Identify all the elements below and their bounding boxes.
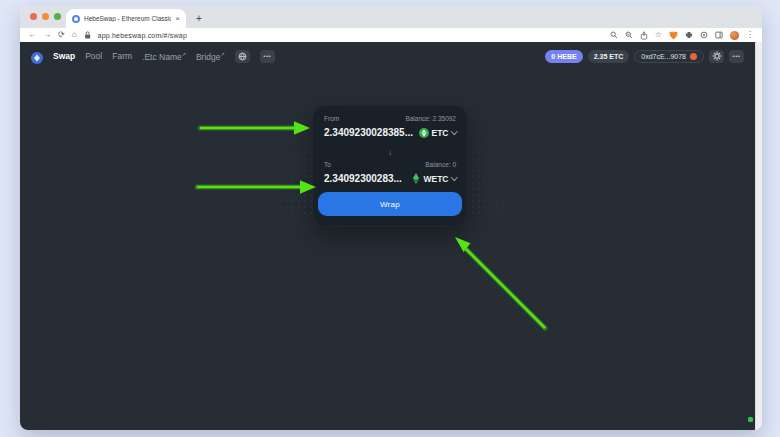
to-label: To — [324, 161, 331, 168]
external-link-icon: ↗ — [182, 51, 186, 57]
browser-toolbar: ← → ⟳ ⌂ app.hebeswap.com/#/swap ☆ — [20, 28, 762, 42]
from-header-row: From Balance: 2.35092 — [313, 115, 467, 122]
to-amount-input[interactable]: 2.34092300283... — [324, 173, 402, 184]
external-link-icon: ↗ — [221, 51, 225, 57]
from-input-row: 2.3409230028385... ETC — [313, 127, 467, 138]
wallet-address-pill[interactable]: 0xd7cE...9078 — [634, 50, 704, 63]
share-icon[interactable] — [640, 31, 648, 40]
nav-item-bridge-label: Bridge — [196, 51, 221, 61]
settings-gear-button[interactable] — [709, 50, 724, 63]
address-bar[interactable]: app.hebeswap.com/#/swap — [98, 32, 187, 39]
swap-direction-icon[interactable]: ↓ — [388, 148, 392, 157]
zoom-search-icon[interactable] — [625, 31, 633, 39]
page-scrollbar[interactable] — [755, 42, 762, 430]
from-token-select[interactable]: ETC — [419, 128, 457, 138]
side-panel-icon[interactable] — [715, 31, 723, 39]
reload-icon[interactable]: ⟳ — [58, 31, 65, 39]
to-header-row: To Balance: 0 — [313, 161, 467, 168]
close-window-button[interactable] — [30, 13, 37, 20]
to-token-select[interactable]: WETC — [412, 173, 456, 184]
chevron-down-icon — [451, 174, 457, 180]
nav-item-etc-name[interactable]: .Etc Name↗ — [142, 51, 186, 62]
hebeswap-logo[interactable] — [31, 50, 43, 62]
etc-token-icon — [419, 128, 429, 138]
chevron-down-icon — [451, 128, 457, 134]
swap-direction-row: ↓ — [313, 141, 467, 159]
tab-title: HebeSwap - Ethereum Classic — [84, 15, 171, 22]
header-more-button[interactable]: ••• — [729, 50, 744, 63]
back-icon[interactable]: ← — [28, 31, 36, 39]
ellipsis-icon: ••• — [733, 53, 741, 59]
nav-item-farm[interactable]: Farm — [112, 51, 132, 61]
to-input-row: 2.34092300283... WETC — [313, 173, 467, 184]
hebeswap-app: Swap Pool Farm .Etc Name↗ Bridge↗ ••• 0 … — [20, 42, 755, 430]
nav-item-swap[interactable]: Swap — [53, 51, 75, 61]
forward-icon[interactable]: → — [43, 31, 51, 39]
lock-icon — [84, 31, 91, 39]
wetc-token-icon — [412, 173, 420, 184]
bookmark-star-icon[interactable]: ☆ — [655, 31, 662, 39]
wallet-identicon — [690, 53, 697, 60]
etc-balance-pill[interactable]: 2.35 ETC — [588, 50, 630, 63]
language-globe-button[interactable] — [235, 50, 250, 63]
status-widget-dot — [748, 417, 753, 422]
nav-item-pool[interactable]: Pool — [85, 51, 102, 61]
to-balance: Balance: 0 — [425, 161, 456, 168]
browser-tab[interactable]: HebeSwap - Ethereum Classic × — [66, 9, 186, 28]
swap-card: From Balance: 2.35092 2.3409230028385...… — [312, 105, 468, 227]
from-balance: Balance: 2.35092 — [405, 115, 456, 122]
wallet-address: 0xd7cE...9078 — [641, 53, 686, 60]
extension-circle-icon[interactable] — [700, 31, 708, 39]
ellipsis-icon: ••• — [263, 53, 271, 59]
tab-close-icon[interactable]: × — [175, 15, 180, 23]
browser-profile-avatar[interactable] — [730, 31, 739, 40]
to-token-symbol: WETC — [423, 174, 448, 184]
nav-more-button[interactable]: ••• — [260, 50, 275, 63]
tab-strip: HebeSwap - Ethereum Classic × + — [20, 6, 762, 28]
nav-item-etc-name-label: .Etc Name — [142, 51, 182, 61]
metamask-extension-icon[interactable] — [669, 31, 678, 40]
from-token-symbol: ETC — [432, 128, 449, 138]
home-icon[interactable]: ⌂ — [72, 31, 77, 39]
wrap-button[interactable]: Wrap — [318, 192, 462, 216]
tab-favicon-icon — [72, 15, 80, 23]
browser-menu-icon[interactable]: ⋮ — [746, 31, 754, 39]
browser-window: HebeSwap - Ethereum Classic × + ← → ⟳ ⌂ … — [20, 6, 762, 430]
from-amount-input[interactable]: 2.3409230028385... — [324, 127, 413, 138]
header-right-group: 0 HEBE 2.35 ETC 0xd7cE...9078 ••• — [545, 50, 744, 63]
minimize-window-button[interactable] — [42, 13, 49, 20]
window-controls — [30, 13, 61, 20]
nav-item-bridge[interactable]: Bridge↗ — [196, 51, 225, 62]
hebe-balance-pill[interactable]: 0 HEBE — [545, 50, 582, 63]
from-label: From — [324, 115, 339, 122]
screenshot-stage: HebeSwap - Ethereum Classic × + ← → ⟳ ⌂ … — [0, 0, 780, 437]
extensions-puzzle-icon[interactable] — [685, 31, 693, 39]
zoom-window-button[interactable] — [54, 13, 61, 20]
search-icon[interactable] — [610, 31, 618, 39]
app-header: Swap Pool Farm .Etc Name↗ Bridge↗ ••• 0 … — [20, 42, 755, 70]
new-tab-button[interactable]: + — [196, 14, 202, 24]
